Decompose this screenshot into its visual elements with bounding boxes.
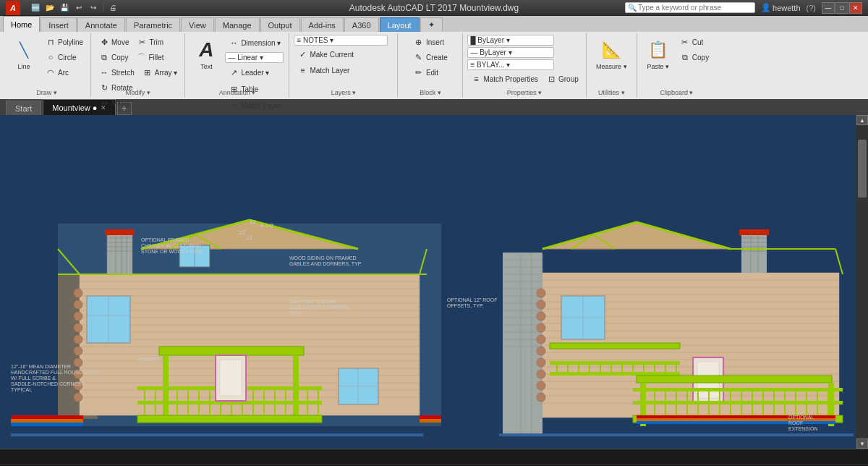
svg-rect-115 [739,229,769,235]
tab-extra[interactable]: ✦ [420,17,443,32]
linetype-dropdown[interactable]: — ByLayer ▾ [467,47,554,58]
linear-dropdown[interactable]: — Linear ▾ [225,52,284,63]
svg-point-88 [74,347,82,355]
maximize-btn[interactable]: □ [835,2,848,14]
svg-rect-114 [741,233,767,273]
lineweight-dropdown[interactable]: ≡ BYLAY... ▾ [467,59,554,70]
svg-rect-174 [633,388,843,391]
color-dropdown[interactable]: █ ByLayer ▾ [467,35,554,46]
svg-point-83 [74,289,82,297]
leader-btn[interactable]: ↗Leader ▾ [225,65,284,80]
match-layer-row: ≡Match Layer [224,98,284,114]
svg-text:12: 12 [250,219,256,225]
scroll-down[interactable]: ▼ [856,439,868,449]
measure-btn[interactable]: 📐 Measure ▾ [592,35,631,72]
make-current-btn[interactable]: ✓Make Current [294,47,357,62]
copy2-btn[interactable]: ⧉Copy [676,50,712,64]
svg-text:GABLES AND DORMERS, TYP.: GABLES AND DORMERS, TYP. [289,261,362,266]
tab-annotate[interactable]: Annotate [77,17,125,32]
tab-view[interactable]: View [181,17,214,32]
svg-text:GABLES AND DORMERS,: GABLES AND DORMERS, [289,305,350,310]
layer-dropdown[interactable]: ≡ NOTES ▾ [294,35,388,46]
circle-btn[interactable]: ○Circle [42,50,86,64]
tab-parametric[interactable]: Parametric [126,17,180,32]
minimize-btn[interactable]: — [822,2,835,14]
copy-btn[interactable]: ⧉Copy [95,50,131,64]
create-btn[interactable]: ✎Create [410,50,451,64]
array-btn[interactable]: ⊞Array ▾ [139,65,181,80]
search-box[interactable]: 🔍 [625,2,755,13]
close-btn[interactable]: ✕ [849,2,862,14]
cut-btn[interactable]: ✂Cut [676,35,712,49]
fillet-btn[interactable]: ⌒Fillet [132,50,166,64]
svg-point-203 [537,335,545,344]
scroll-up[interactable]: ▲ [856,115,868,125]
insert-btn[interactable]: ⊕Insert [410,35,447,49]
group-block-label: Block ▾ [420,89,441,96]
dimension-btn[interactable]: ↔Dimension ▾ [225,35,284,50]
svg-rect-211 [637,421,835,424]
svg-text:OPTIONAL FRAMED: OPTIONAL FRAMED [141,237,190,242]
svg-rect-65 [220,360,242,396]
tab-a360[interactable]: A360 [344,17,379,32]
title-bar: A 🆕 📂 💾 ↩ ↪ 🖨 Autodesk AutoCAD LT 2017 M… [0,0,868,16]
modify-row1: ✥Move ✂Trim [95,35,166,49]
mirror-btn[interactable]: ⇔Mirror [95,96,133,110]
scroll-thumb[interactable] [858,140,867,198]
tab-start[interactable]: Start [6,101,41,115]
tab-home[interactable]: Home [3,16,40,32]
trim-btn[interactable]: ✂Trim [133,35,166,49]
group-draw-label: Draw ▾ [36,89,57,96]
modify-row5: ⇔Mirror [95,96,133,110]
tab-manage[interactable]: Manage [215,17,260,32]
svg-point-205 [537,358,545,367]
match-props-btn[interactable]: ≡Match Properties [467,72,541,86]
scroll-track[interactable] [856,125,868,439]
quick-access-left: 🆕 📂 💾 ↩ ↪ 🖨 [29,1,119,14]
tab-output[interactable]: Output [260,17,300,32]
svg-text:CHIMNEY W/ CULTURED: CHIMNEY W/ CULTURED [141,243,200,248]
polyline-btn[interactable]: ⊓Polyline [42,35,86,49]
svg-rect-150 [550,372,680,376]
move-btn[interactable]: ✥Move [95,35,132,49]
tab-add-ins[interactable]: Add-ins [301,17,344,32]
match-layer-btn[interactable]: ≡Match Layer [225,98,284,113]
properties-content: █ ByLayer ▾ — ByLayer ▾ ≡ BYLAY... ▾ ≡Ma… [467,35,581,96]
annotation-right: ↔Dimension ▾ — Linear ▾ ↗Leader ▾ ⊞Table… [224,35,284,114]
ml2-icon: ≡ [297,64,308,76]
mc-icon: ✓ [297,48,308,60]
group-annotation: A Text ↔Dimension ▾ — Linear ▾ ↗Leader ▾… [185,33,289,98]
svg-rect-75 [420,415,441,419]
array-icon: ⊞ [142,67,153,78]
svg-point-208 [537,393,545,402]
match-layer-layer-btn[interactable]: ≡Match Layer [294,63,352,77]
svg-rect-151 [550,361,680,365]
copy-icon: ⧉ [98,51,110,63]
paste-btn[interactable]: 📋 Paste ▾ [642,35,675,72]
group-btn[interactable]: ⊡Group [542,72,582,86]
tab-insert[interactable]: Insert [41,17,77,32]
info-area[interactable]: (?) [807,4,816,12]
open-btn[interactable]: 📂 [43,1,56,14]
svg-text:W/ FULL SCRIBE &: W/ FULL SCRIBE & [11,376,56,381]
tab-layout[interactable]: Layout [380,17,420,32]
copy2-icon: ⧉ [679,51,691,63]
svg-text:EXTENSION: EXTENSION [788,426,817,431]
plot-btn[interactable]: 🖨 [106,1,119,14]
search-input[interactable] [638,4,752,12]
line-btn[interactable]: ╲ Line [7,35,41,72]
undo-btn[interactable]: ↩ [72,1,85,14]
annotation-content: A Text ↔Dimension ▾ — Linear ▾ ↗Leader ▾… [190,35,284,122]
right-scrollbar: ▲ ▼ [856,115,868,449]
svg-point-85 [74,312,82,321]
edit-btn[interactable]: ✏Edit [410,65,441,80]
circle-icon: ○ [45,51,56,63]
arc-btn[interactable]: ◠Arc [42,65,86,80]
stretch-btn[interactable]: ↔Stretch [95,65,137,80]
fillet-icon: ⌒ [135,51,147,63]
redo-btn[interactable]: ↪ [87,1,100,14]
new-btn[interactable]: 🆕 [29,1,42,14]
group-utilities-label: Utilities ▾ [598,89,625,96]
save-btn[interactable]: 💾 [58,1,71,14]
text-btn[interactable]: A Text [190,35,223,72]
